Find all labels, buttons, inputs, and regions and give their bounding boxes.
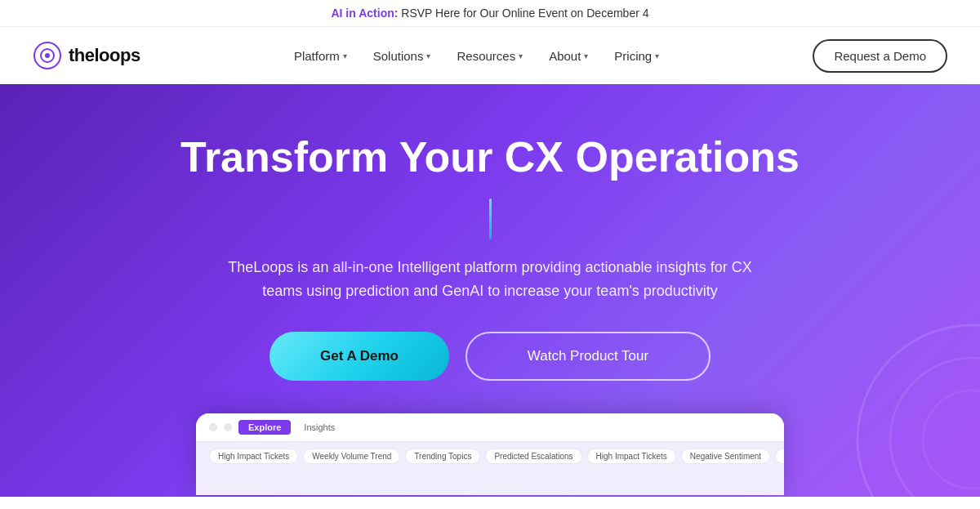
nav-link-pricing[interactable]: Pricing ▾: [604, 42, 669, 69]
navbar: theloops Platform ▾ Solutions ▾ Resource…: [0, 27, 980, 84]
nav-link-resources[interactable]: Resources ▾: [447, 42, 532, 69]
nav-links: Platform ▾ Solutions ▾ Resources ▾ About…: [284, 42, 669, 69]
hero-divider: [489, 199, 492, 239]
dashboard-tag: KPI % Escalations: [775, 449, 784, 464]
chevron-icon: ▾: [584, 51, 588, 60]
svg-point-5: [923, 391, 980, 489]
nav-item-pricing[interactable]: Pricing ▾: [604, 42, 669, 69]
svg-point-4: [890, 358, 980, 497]
dashboard-header: Explore Insights: [196, 413, 784, 442]
chevron-icon: ▾: [519, 51, 523, 60]
nav-item-about[interactable]: About ▾: [539, 42, 598, 69]
svg-point-2: [45, 53, 50, 58]
svg-point-3: [858, 325, 980, 497]
banner-text: RSVP Here for Our Online Event on Decemb…: [398, 7, 648, 20]
dashboard-preview: Explore Insights High Impact TicketsWeek…: [196, 413, 784, 495]
nav-link-about[interactable]: About ▾: [539, 42, 598, 69]
nav-item-resources[interactable]: Resources ▾: [447, 42, 532, 69]
nav-item-platform[interactable]: Platform ▾: [284, 42, 357, 69]
hero-subtitle: TheLoops is an all-in-one Intelligent pl…: [212, 256, 768, 303]
dashboard-tag: Negative Sentiment: [681, 449, 770, 464]
hero-title: Transform Your CX Operations: [180, 133, 800, 182]
top-banner: AI in Action: RSVP Here for Our Online E…: [0, 0, 980, 27]
dashboard-tag: Trending Topics: [405, 449, 480, 464]
logo-link[interactable]: theloops: [33, 41, 140, 70]
logo-icon: [33, 41, 62, 70]
tab-explore[interactable]: Explore: [238, 420, 291, 435]
chevron-icon: ▾: [655, 51, 659, 60]
hero-section: Transform Your CX Operations TheLoops is…: [0, 84, 980, 497]
dashboard-tags: High Impact TicketsWeekly Volume TrendTr…: [196, 442, 784, 471]
banner-highlight: AI in Action:: [331, 7, 398, 20]
hero-buttons: Get A Demo Watch Product Tour: [270, 332, 710, 381]
dashboard-tag: Weekly Volume Trend: [303, 449, 400, 464]
watch-tour-button[interactable]: Watch Product Tour: [466, 332, 710, 381]
dashboard-tag: High Impact Tickets: [587, 449, 676, 464]
logo-text: theloops: [69, 45, 140, 66]
get-demo-button[interactable]: Get A Demo: [270, 332, 449, 381]
chevron-icon: ▾: [343, 51, 347, 60]
chevron-icon: ▾: [426, 51, 430, 60]
dashboard-dot: [209, 423, 217, 431]
dashboard-tag: High Impact Tickets: [209, 449, 298, 464]
nav-link-platform[interactable]: Platform ▾: [284, 42, 357, 69]
nav-item-solutions[interactable]: Solutions ▾: [363, 42, 441, 69]
request-demo-button[interactable]: Request a Demo: [813, 39, 947, 73]
nav-link-solutions[interactable]: Solutions ▾: [363, 42, 441, 69]
tab-insights[interactable]: Insights: [297, 420, 341, 435]
dashboard-tag: Predicted Escalations: [485, 449, 581, 464]
dashboard-dot: [224, 423, 232, 431]
